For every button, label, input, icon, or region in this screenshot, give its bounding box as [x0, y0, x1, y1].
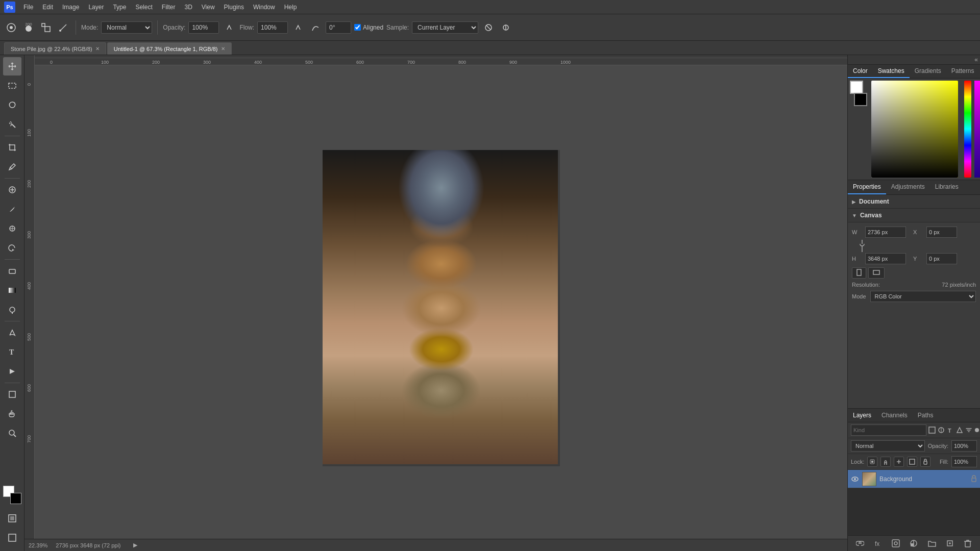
hand-tool[interactable]: [3, 405, 21, 423]
tab-layers[interactable]: Layers: [848, 409, 876, 422]
aligned-checkbox-label[interactable]: Aligned: [354, 24, 383, 31]
layer-visibility-eye[interactable]: [851, 475, 859, 483]
tab-close-untitled[interactable]: ✕: [221, 46, 225, 52]
layers-kind-filter[interactable]: [851, 424, 926, 436]
canvas-section-header[interactable]: ▼ Canvas: [848, 209, 980, 222]
open-clone-source-icon[interactable]: [499, 20, 513, 35]
eyedropper-tool[interactable]: [3, 158, 21, 176]
mode-select[interactable]: Normal Multiply Screen Overlay: [101, 21, 152, 34]
tab-gradients[interactable]: Gradients: [910, 65, 946, 78]
history-brush-tool[interactable]: [3, 239, 21, 257]
eraser-tool[interactable]: [3, 262, 21, 280]
fill-input[interactable]: [951, 456, 977, 467]
rect-select-tool[interactable]: [3, 77, 21, 95]
tab-paths[interactable]: Paths: [913, 409, 939, 422]
document-section-header[interactable]: ▶ Document: [848, 195, 980, 209]
filter-active-btn[interactable]: [974, 425, 979, 435]
add-fx-btn[interactable]: fx: [872, 538, 884, 549]
quick-mask-btn[interactable]: [3, 509, 21, 528]
tab-properties[interactable]: Properties: [848, 180, 886, 194]
menu-3d[interactable]: 3D: [180, 2, 196, 12]
tab-libraries[interactable]: Libraries: [930, 180, 964, 194]
width-input[interactable]: [865, 227, 906, 238]
brush-settings-icon[interactable]: [39, 20, 53, 35]
flow-input[interactable]: [257, 21, 288, 34]
lock-transparent-btn[interactable]: [867, 457, 877, 467]
sample-select[interactable]: Current Layer All Layers Current & Below: [412, 21, 478, 34]
mode-dropdown[interactable]: RGB Color CMYK Color Grayscale Lab Color: [870, 291, 976, 302]
opacity-input[interactable]: [188, 21, 219, 34]
angle-input[interactable]: [326, 21, 351, 34]
link-layers-btn[interactable]: [854, 538, 866, 549]
magic-wand-tool[interactable]: [3, 115, 21, 134]
clone-stamp-tool[interactable]: [3, 219, 21, 238]
menu-help[interactable]: Help: [280, 2, 301, 12]
smoothing-icon[interactable]: [308, 20, 323, 35]
toggle-airbrush-icon[interactable]: [56, 20, 70, 35]
zoom-tool[interactable]: [3, 424, 21, 442]
color-gradient-picker[interactable]: [871, 81, 958, 178]
aligned-checkbox[interactable]: [354, 24, 361, 31]
screen-mode-btn[interactable]: [3, 529, 21, 547]
menu-layer[interactable]: Layer: [84, 2, 108, 12]
menu-view[interactable]: View: [198, 2, 219, 12]
dodge-tool[interactable]: [3, 300, 21, 319]
filter-shape-btn[interactable]: [956, 425, 963, 435]
opacity-pressure-icon[interactable]: [222, 20, 236, 35]
pen-tool[interactable]: [3, 323, 21, 342]
lock-position-btn[interactable]: [894, 457, 904, 467]
portrait-btn[interactable]: [852, 267, 866, 279]
tab-patterns[interactable]: Patterns: [946, 65, 979, 78]
lock-image-btn[interactable]: [880, 457, 891, 467]
menu-file[interactable]: File: [19, 2, 37, 12]
ignore-adj-icon[interactable]: [481, 20, 496, 35]
path-select-tool[interactable]: [3, 362, 21, 381]
x-input[interactable]: [926, 227, 957, 238]
hue-strip[interactable]: [964, 81, 971, 178]
brush-presets-icon[interactable]: [4, 20, 18, 35]
menu-plugins[interactable]: Plugins: [220, 2, 248, 12]
height-input[interactable]: [865, 253, 906, 264]
add-mask-btn[interactable]: [890, 538, 901, 549]
link-aspect-icon[interactable]: [857, 241, 867, 251]
tab-stone-pile[interactable]: Stone Pile.jpg @ 22.4% (RGB/8) ✕: [4, 42, 106, 55]
lock-all-btn[interactable]: [920, 457, 930, 467]
saturation-box[interactable]: [871, 81, 958, 178]
brush-size-icon[interactable]: 200: [21, 20, 36, 35]
fg-color-swatch[interactable]: [850, 81, 863, 94]
shape-tool[interactable]: [3, 385, 21, 404]
menu-edit[interactable]: Edit: [38, 2, 57, 12]
blend-mode-select[interactable]: Normal Dissolve Multiply Screen Overlay: [851, 440, 925, 452]
canvas-image[interactable]: [323, 150, 560, 466]
menu-filter[interactable]: Filter: [158, 2, 180, 12]
menu-type[interactable]: Type: [109, 2, 130, 12]
filter-pixel-btn[interactable]: [928, 425, 936, 435]
layer-row-background[interactable]: Background: [848, 470, 980, 488]
delete-layer-btn[interactable]: [962, 538, 973, 549]
lock-artboard-btn[interactable]: [907, 457, 917, 467]
menu-window[interactable]: Window: [249, 2, 279, 12]
crop-tool[interactable]: [3, 138, 21, 157]
background-color[interactable]: [10, 493, 21, 504]
lasso-tool[interactable]: [3, 96, 21, 114]
new-group-btn[interactable]: [926, 538, 938, 549]
opacity-value-input[interactable]: [951, 440, 977, 452]
filter-type-btn[interactable]: T: [947, 425, 954, 435]
menu-image[interactable]: Image: [58, 2, 83, 12]
flow-pressure-icon[interactable]: [291, 20, 305, 35]
tab-swatches[interactable]: Swatches: [873, 65, 910, 78]
tab-untitled[interactable]: Untitled-1 @ 67.3% (Rectangle 1, RGB/8) …: [107, 42, 232, 55]
landscape-btn[interactable]: [868, 267, 885, 279]
text-tool[interactable]: T: [3, 343, 21, 361]
heal-tool[interactable]: [3, 181, 21, 199]
tab-close-stone-pile[interactable]: ✕: [95, 46, 100, 52]
canvas-area[interactable]: 0 100 200 300 400 500 600 700 800 900 10…: [24, 55, 847, 551]
menu-select[interactable]: Select: [131, 2, 156, 12]
new-layer-btn[interactable]: [944, 538, 955, 549]
tab-color[interactable]: Color: [848, 65, 873, 78]
move-tool[interactable]: [3, 57, 21, 76]
tab-adjustments[interactable]: Adjustments: [886, 180, 930, 194]
filter-effect-btn[interactable]: [965, 425, 972, 435]
filter-adjustment-btn[interactable]: [938, 425, 945, 435]
gradient-tool[interactable]: [3, 281, 21, 299]
